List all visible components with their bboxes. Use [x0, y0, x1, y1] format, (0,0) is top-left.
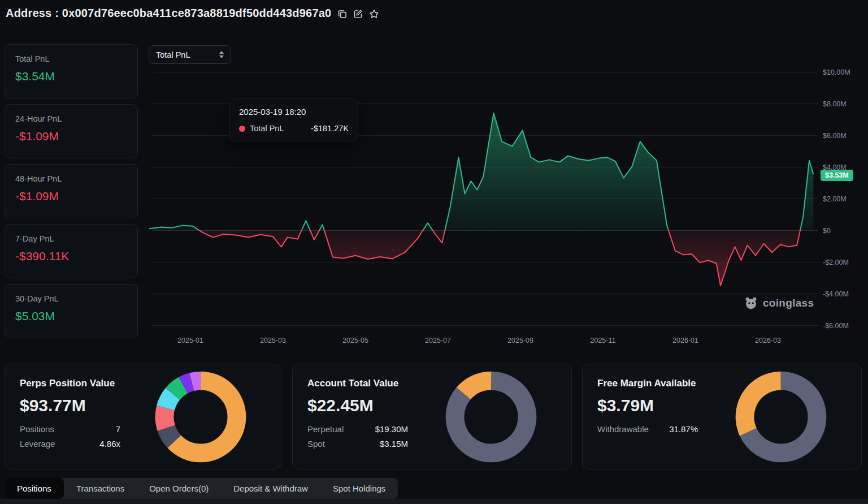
- pnl-card-list: Total PnL $3.54M 24-Hour PnL -$1.09M 48-…: [5, 44, 138, 338]
- pnl-card-24h: 24-Hour PnL -$1.09M: [5, 104, 138, 158]
- row-value: $3.15M: [380, 439, 408, 449]
- tooltip-value: -$181.27K: [311, 124, 349, 133]
- svg-text:$2.00M: $2.00M: [823, 195, 847, 203]
- svg-text:-$4.00M: -$4.00M: [823, 290, 849, 298]
- free-margin-card: Free Margin Available $3.79M Withdrawabl…: [582, 364, 862, 469]
- pnl-card-value: -$1.09M: [15, 130, 127, 143]
- stat-row: Perpetual $19.30M: [307, 424, 408, 434]
- svg-text:2025-07: 2025-07: [425, 337, 451, 344]
- svg-text:2025-03: 2025-03: [260, 337, 286, 344]
- card-title: Free Margin Available: [597, 378, 698, 389]
- tab-transactions[interactable]: Transactions: [64, 478, 137, 499]
- pnl-card-label: 7-Day PnL: [15, 234, 127, 243]
- pnl-card-value: $3.54M: [15, 70, 127, 83]
- series-dot-icon: [239, 126, 245, 132]
- card-title: Perps Position Value: [20, 378, 120, 389]
- pnl-card-label: 48-Hour PnL: [15, 174, 127, 183]
- account-total-value-card: Account Total Value $22.45M Perpetual $1…: [292, 364, 572, 469]
- pnl-card-total: Total PnL $3.54M: [5, 44, 138, 98]
- star-icon[interactable]: [369, 9, 379, 19]
- coinglass-watermark: coinglass: [744, 296, 814, 311]
- pnl-card-value: -$1.09M: [15, 189, 127, 203]
- perps-position-value-card: Perps Position Value $93.77M Positions 7…: [5, 364, 281, 469]
- pnl-card-48h: 48-Hour PnL -$1.09M: [5, 164, 138, 218]
- tooltip-series-label: Total PnL: [250, 124, 284, 133]
- row-value: 31.87%: [669, 424, 698, 434]
- svg-text:2025-05: 2025-05: [342, 337, 368, 344]
- svg-text:$6.00M: $6.00M: [823, 132, 847, 140]
- svg-text:$0: $0: [823, 227, 831, 235]
- current-value-badge: $3.53M: [821, 170, 853, 181]
- svg-text:2025-09: 2025-09: [507, 337, 533, 344]
- card-title: Account Total Value: [307, 378, 408, 389]
- perps-allocation-donut-chart: [154, 371, 247, 463]
- chart-metric-select[interactable]: Total PnL: [149, 45, 231, 64]
- svg-text:2026-03: 2026-03: [755, 337, 781, 344]
- svg-text:2026-01: 2026-01: [672, 337, 698, 344]
- pnl-card-label: 24-Hour PnL: [15, 114, 127, 123]
- card-value: $22.45M: [307, 396, 408, 415]
- page-header: Address : 0x007d76eec0ba411ce873a8819df5…: [6, 7, 379, 20]
- svg-text:2025-01: 2025-01: [177, 337, 203, 344]
- stat-row: Withdrawable 31.87%: [597, 424, 698, 434]
- bottom-tab-bar: Positions Transactions Open Orders(0) De…: [5, 478, 398, 499]
- row-label: Positions: [20, 424, 54, 434]
- pnl-card-value: -$390.11K: [15, 249, 127, 263]
- tab-deposit-withdraw[interactable]: Deposit & Withdraw: [221, 478, 320, 499]
- card-value: $93.77M: [20, 396, 120, 415]
- row-label: Withdrawable: [597, 424, 649, 434]
- select-updown-icon: [219, 51, 224, 58]
- tab-open-orders[interactable]: Open Orders(0): [137, 478, 221, 499]
- row-value: 7: [116, 424, 120, 434]
- coinglass-logo-icon: [744, 296, 758, 311]
- card-value: $3.79M: [597, 396, 698, 415]
- tab-spot-holdings[interactable]: Spot Holdings: [320, 478, 398, 499]
- pnl-card-value: $5.03M: [15, 309, 127, 323]
- stat-row: Positions 7: [20, 424, 120, 434]
- chart-metric-select-value: Total PnL: [156, 50, 190, 59]
- pnl-card-7d: 7-Day PnL -$390.11K: [5, 224, 138, 278]
- svg-text:-$6.00M: -$6.00M: [823, 322, 849, 330]
- margin-donut-chart: [735, 371, 827, 463]
- svg-text:-$2.00M: -$2.00M: [823, 259, 849, 266]
- tab-positions[interactable]: Positions: [5, 478, 64, 499]
- tooltip-timestamp: 2025-03-19 18:20: [239, 107, 349, 117]
- row-label: Perpetual: [307, 424, 344, 434]
- svg-text:2025-11: 2025-11: [591, 337, 616, 344]
- chart-tooltip: 2025-03-19 18:20 Total PnL -$181.27K: [229, 98, 358, 141]
- coinglass-wordmark: coinglass: [763, 297, 814, 309]
- svg-text:$10.00M: $10.00M: [823, 68, 850, 76]
- copy-icon[interactable]: [337, 9, 347, 19]
- pnl-card-label: Total PnL: [15, 54, 127, 63]
- row-value: 4.86x: [99, 439, 120, 449]
- table-area-strip: [0, 499, 868, 504]
- svg-text:$8.00M: $8.00M: [823, 100, 847, 108]
- row-label: Spot: [307, 439, 325, 449]
- stat-row: Leverage 4.86x: [20, 439, 120, 449]
- stat-row: Spot $3.15M: [307, 439, 408, 449]
- account-allocation-donut-chart: [445, 371, 537, 463]
- row-label: Leverage: [20, 439, 55, 449]
- pnl-card-30d: 30-Day PnL $5.03M: [5, 284, 138, 338]
- edit-icon[interactable]: [353, 9, 363, 19]
- row-value: $19.30M: [375, 424, 408, 434]
- address-title: Address : 0x007d76eec0ba411ce873a8819df5…: [6, 7, 331, 20]
- pnl-card-label: 30-Day PnL: [15, 294, 127, 303]
